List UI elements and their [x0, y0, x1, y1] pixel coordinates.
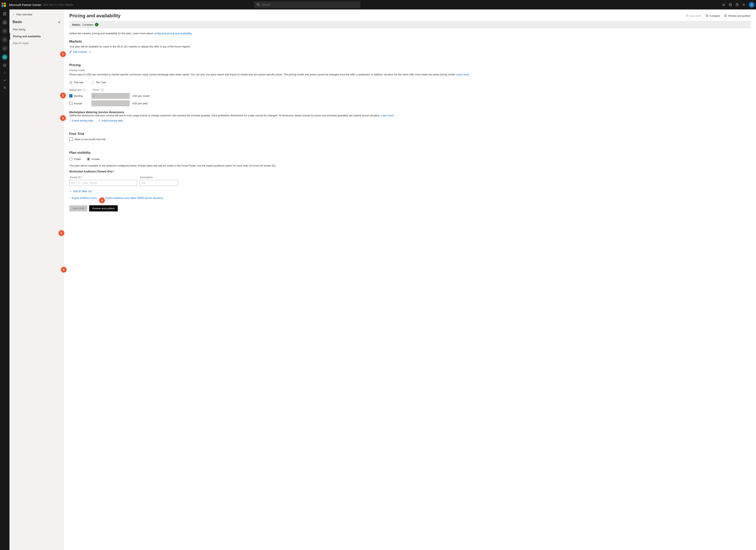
public-option[interactable]: Public [69, 157, 81, 161]
export-audience-link[interactable]: ↓ Export Audience (csv) [69, 196, 97, 199]
per-user-radio [91, 81, 95, 84]
billing-term-info-icon[interactable]: i [83, 89, 85, 91]
import-audience-label: Import Audience (csv) (Max 20000 across … [105, 196, 163, 199]
compare-button[interactable]: Compare [706, 14, 720, 17]
rail-home-icon[interactable] [2, 20, 7, 25]
svg-point-0 [257, 3, 259, 5]
callout-6: 6 [61, 267, 67, 272]
svg-point-4 [743, 4, 744, 5]
topbar-actions: A [722, 2, 754, 7]
intro-link[interactable]: configuring pricing and availability [154, 32, 192, 35]
add-tenant-id-link[interactable]: ＋ Add ID (Max 10) [69, 189, 92, 193]
rail-dashboard-icon[interactable] [3, 63, 7, 67]
svg-point-7 [4, 39, 5, 40]
dimensions-text-span: Define the dimensions that your service … [69, 114, 381, 117]
status-label: Status: [72, 23, 81, 26]
svg-rect-11 [5, 66, 6, 67]
tenant-id-header: Tenant ID * [70, 176, 138, 179]
compare-icon [706, 14, 708, 17]
pricing-model-text-span: Prices input in USD are converted to mar… [69, 73, 456, 76]
svg-point-12 [4, 72, 5, 72]
microsoft-logo[interactable] [2, 3, 6, 7]
price-header: Price * [93, 88, 100, 91]
monthly-checkbox[interactable]: ✓ [69, 94, 72, 97]
back-to-plan-overview[interactable]: ← Plan overview [9, 11, 64, 18]
status-check-icon: ✓ [95, 23, 98, 26]
user-avatar[interactable]: A [749, 2, 754, 7]
save-draft-button: Save draft [69, 205, 87, 211]
per-user-option: Per User [91, 81, 106, 84]
notifications-icon[interactable] [722, 3, 725, 6]
svg-rect-13 [4, 87, 6, 89]
annual-checkbox[interactable] [69, 102, 72, 105]
private-label: Private [92, 158, 99, 161]
svg-point-6 [5, 31, 6, 31]
per-user-label: Per User [96, 81, 106, 84]
sidebar-item-plan-listing[interactable]: Plan listing [9, 26, 64, 33]
review-publish-button[interactable]: Review and publish [89, 205, 118, 211]
callout-5: 5 [59, 230, 64, 236]
private-radio[interactable] [87, 157, 90, 161]
markets-heading: Markets [69, 40, 750, 44]
topbar: Microsoft Partner Center ▪▪▪▪ ▪▪▪▪ ▪▪ ▪▪… [0, 0, 756, 9]
svg-point-5 [4, 30, 5, 31]
annual-unit: USD per year [132, 102, 148, 105]
rail-people-icon[interactable] [2, 28, 7, 34]
save-icon [686, 14, 688, 17]
rail-customers-icon[interactable] [2, 37, 7, 43]
export-pricing-label: Export pricing data [72, 119, 93, 122]
private-option[interactable]: Private [87, 157, 99, 161]
flat-rate-option: Flat rate [69, 81, 83, 84]
import-audience-link[interactable]: ↥ Import Audience (csv) (Max 20000 acros… [102, 196, 163, 199]
svg-line-1 [259, 5, 259, 6]
edit-markets-link[interactable]: Edit markets [69, 50, 87, 53]
rail-support-icon[interactable] [3, 85, 7, 90]
search-wrapper [254, 1, 360, 8]
export-pricing-link[interactable]: ↓ Export pricing data [69, 119, 93, 122]
rail-insights-icon[interactable] [3, 78, 7, 82]
tenant-name-redacted: ▪▪▪▪ ▪▪▪▪ ▪▪ ▪▪▪▪▪ ▪▪▪▪▪▪▪ [44, 3, 73, 6]
rail-referrals-icon[interactable] [3, 70, 7, 75]
rail-analytics-icon[interactable] [2, 46, 7, 51]
callout-2: 2 [60, 93, 66, 98]
import-pricing-label: Import pricing data [102, 119, 123, 122]
compare-label: Compare [710, 14, 720, 17]
markets-info-icon[interactable]: i [89, 51, 92, 53]
import-pricing-link[interactable]: ↥ Import pricing data [98, 119, 123, 122]
dimensions-learn-more-link[interactable]: Learn more [381, 114, 394, 117]
tenant-table: Tenant ID * Description [69, 175, 750, 186]
free-trial-label: Allow a one-month free trial [74, 138, 106, 141]
review-publish-top-button[interactable]: Review and publish [724, 14, 750, 17]
pricing-model-label: Pricing model [69, 69, 750, 72]
tenant-desc-input[interactable] [140, 180, 178, 186]
free-trial-heading: Free Trial [69, 132, 750, 136]
download-icon: ↓ [69, 196, 71, 199]
insights-icon[interactable] [729, 3, 732, 6]
callout-3: 3 [60, 115, 66, 121]
tenant-id-input[interactable] [69, 180, 137, 186]
settings-icon[interactable] [742, 3, 745, 6]
public-radio[interactable] [69, 157, 72, 161]
help-icon[interactable] [736, 3, 739, 6]
price-info-icon[interactable]: i [101, 89, 104, 91]
rail-marketplace-icon[interactable] [2, 54, 7, 60]
sidebar-item-pricing[interactable]: Pricing and availability [9, 33, 64, 40]
pricing-learn-more-link[interactable]: Learn more [456, 73, 469, 76]
sidebar-plan-title: Basic [13, 20, 22, 24]
tenant-desc-header: Description [140, 176, 153, 179]
pencil-icon [69, 51, 72, 53]
free-trial-checkbox[interactable] [69, 137, 73, 141]
swap-plan-icon[interactable]: ⇄ [58, 20, 60, 24]
edit-markets-label: Edit markets [73, 50, 87, 53]
intro-prefix: Define the markets, pricing and availabi… [69, 32, 154, 35]
save-draft-top-button: Save draft [686, 14, 701, 17]
visibility-text: This plan will be available to the audie… [69, 164, 750, 167]
search-input[interactable] [254, 1, 360, 8]
status-strip: Status: Complete ✓ [69, 21, 750, 28]
plus-icon: ＋ [69, 189, 72, 193]
billing-term-header: Billing term [69, 88, 82, 91]
page-title: Pricing and availability [69, 13, 120, 19]
monthly-label: Monthly [74, 94, 83, 97]
rail-menu-toggle[interactable] [2, 11, 7, 17]
free-trial-option[interactable]: Allow a one-month free trial [69, 137, 750, 141]
